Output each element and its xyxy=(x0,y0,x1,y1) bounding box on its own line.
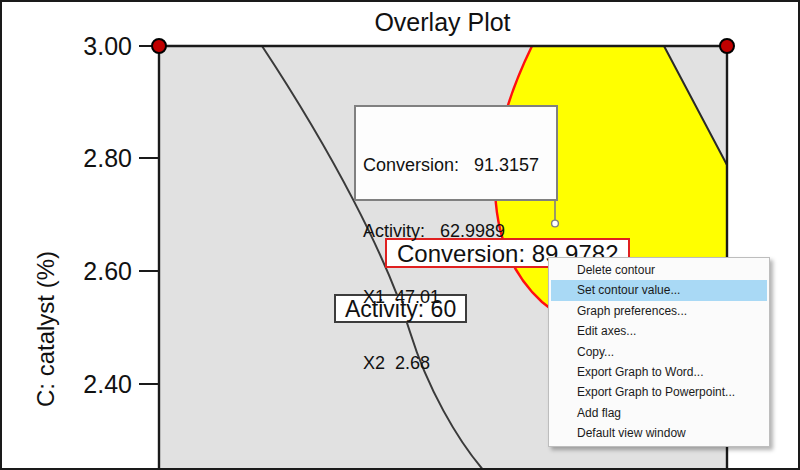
menu-item-copy[interactable]: Copy... xyxy=(551,342,767,362)
menu-item-edit-axes[interactable]: Edit axes... xyxy=(551,321,767,341)
menu-item-default-view-window[interactable]: Default view window xyxy=(551,423,767,443)
flag-line-activity: Activity: 62.9989 xyxy=(363,220,556,242)
y-axis-ticks xyxy=(139,46,158,384)
design-point-dot-left[interactable] xyxy=(152,39,166,53)
menu-item-graph-preferences[interactable]: Graph preferences... xyxy=(551,301,767,321)
context-menu: Delete contour Set contour value... Grap… xyxy=(548,257,770,447)
menu-item-set-contour-value[interactable]: Set contour value... xyxy=(551,280,767,300)
y-tick-label-3.00: 3.00 xyxy=(32,33,132,59)
design-point-dot-right[interactable] xyxy=(720,39,734,53)
plot-title: Overlay Plot xyxy=(159,8,726,37)
overlay-plot-window: Overlay Plot 3.00 2.80 2.60 2.40 C: cata… xyxy=(0,0,800,470)
y-axis-label: C: catalyst (%) xyxy=(32,179,60,470)
flag-line-x1: X1 47.01 xyxy=(363,286,556,308)
menu-item-export-powerpoint[interactable]: Export Graph to Powerpoint... xyxy=(551,382,767,402)
y-tick-label-2.80: 2.80 xyxy=(32,145,132,171)
menu-item-add-flag[interactable]: Add flag xyxy=(551,403,767,423)
prediction-flag[interactable]: Conversion: 91.3157 Activity: 62.9989 X1… xyxy=(354,105,558,201)
flag-line-x2: X2 2.68 xyxy=(363,352,556,374)
menu-item-export-word[interactable]: Export Graph to Word... xyxy=(551,362,767,382)
flag-line-conversion: Conversion: 91.3157 xyxy=(363,154,556,176)
menu-item-delete-contour[interactable]: Delete contour xyxy=(551,260,767,280)
